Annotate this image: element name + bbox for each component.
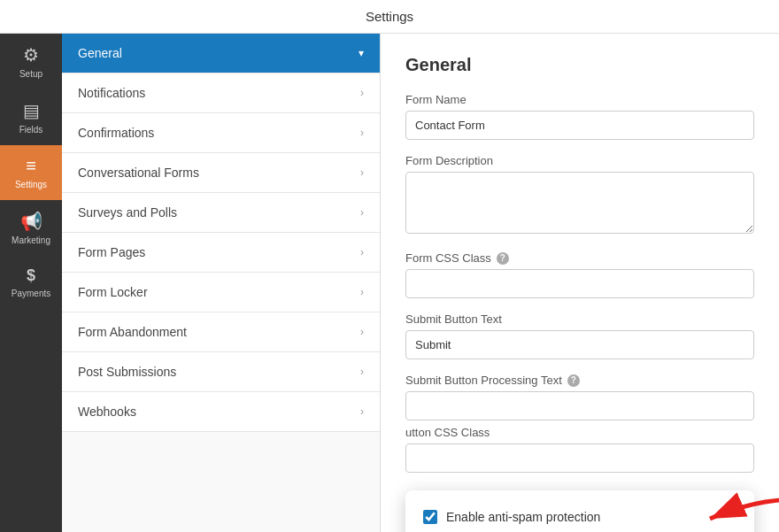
popup-box: Enable anti-spam protection Enable dynam… bbox=[405, 490, 754, 532]
sidebar-webhooks-label: Webhooks bbox=[78, 405, 136, 419]
chevron-down-icon: ▾ bbox=[359, 47, 364, 59]
settings-sidebar: General ▾ Notifications › Confirmations … bbox=[62, 34, 381, 532]
form-name-input[interactable] bbox=[405, 111, 754, 140]
submit-button-text-group: Submit Button Text bbox=[405, 312, 754, 359]
chevron-right-icon: › bbox=[360, 127, 364, 139]
chevron-right-icon: › bbox=[360, 405, 364, 418]
anti-spam-checkbox-row: Enable anti-spam protection bbox=[423, 505, 737, 529]
sidebar-item-conversational-forms[interactable]: Conversational Forms › bbox=[62, 153, 380, 193]
sidebar-item-settings[interactable]: ≡ Settings bbox=[0, 145, 62, 200]
sidebar-post-submissions-label: Post Submissions bbox=[78, 365, 176, 379]
form-css-class-input[interactable] bbox=[405, 269, 754, 298]
chevron-right-icon: › bbox=[360, 246, 364, 258]
sidebar-item-general[interactable]: General ▾ bbox=[62, 34, 380, 73]
form-description-label: Form Description bbox=[405, 154, 754, 167]
chevron-right-icon: › bbox=[360, 87, 364, 99]
button-css-class-label: utton CSS Class bbox=[405, 426, 754, 439]
sidebar-form-abandonment-label: Form Abandonment bbox=[78, 325, 187, 339]
anti-spam-label: Enable anti-spam protection bbox=[446, 510, 600, 524]
settings-label: Settings bbox=[15, 180, 47, 189]
sidebar-item-setup[interactable]: ⚙ Setup bbox=[0, 34, 62, 89]
sidebar-item-marketing[interactable]: 📢 Marketing bbox=[0, 200, 62, 256]
sidebar-form-locker-label: Form Locker bbox=[78, 285, 148, 299]
submit-button-text-label: Submit Button Text bbox=[405, 312, 754, 326]
sidebar-conversational-label: Conversational Forms bbox=[78, 166, 199, 180]
submit-processing-group: Submit Button Processing Text ? utton CS… bbox=[405, 374, 754, 532]
setup-label: Setup bbox=[19, 69, 42, 79]
submit-processing-help-icon[interactable]: ? bbox=[567, 374, 580, 387]
submit-processing-input[interactable] bbox=[405, 391, 754, 420]
sidebar-form-pages-label: Form Pages bbox=[78, 245, 145, 259]
sidebar-item-webhooks[interactable]: Webhooks › bbox=[62, 392, 380, 432]
payments-label: Payments bbox=[12, 289, 50, 298]
form-description-textarea[interactable] bbox=[405, 172, 754, 234]
form-css-help-icon[interactable]: ? bbox=[497, 252, 509, 265]
sidebar-item-payments[interactable]: $ Payments bbox=[0, 256, 62, 309]
chevron-right-icon: › bbox=[360, 166, 364, 179]
top-bar: Settings bbox=[0, 0, 779, 34]
sidebar-item-form-locker[interactable]: Form Locker › bbox=[62, 273, 380, 312]
sidebar-item-surveys-polls[interactable]: Surveys and Polls › bbox=[62, 193, 380, 233]
chevron-right-icon: › bbox=[360, 366, 364, 378]
chevron-right-icon: › bbox=[360, 326, 364, 338]
icon-sidebar: ⚙ Setup ▤ Fields ≡ Settings 📢 Marketing … bbox=[0, 34, 62, 532]
form-description-group: Form Description bbox=[405, 154, 754, 237]
fields-label: Fields bbox=[19, 125, 43, 135]
form-css-class-label: Form CSS Class ? bbox=[405, 251, 754, 265]
form-name-group: Form Name bbox=[405, 93, 754, 140]
form-css-class-group: Form CSS Class ? bbox=[405, 251, 754, 298]
general-section-title: General bbox=[405, 55, 754, 75]
submit-button-text-input[interactable] bbox=[405, 330, 754, 359]
page-title: Settings bbox=[366, 9, 413, 24]
chevron-right-icon: › bbox=[360, 206, 364, 219]
sidebar-item-confirmations[interactable]: Confirmations › bbox=[62, 113, 380, 153]
main-content: General Form Name Form Description Form … bbox=[381, 34, 779, 532]
sidebar-notifications-label: Notifications bbox=[78, 86, 145, 100]
fields-icon: ▤ bbox=[23, 100, 40, 121]
button-css-class-input[interactable] bbox=[405, 443, 754, 473]
marketing-icon: 📢 bbox=[20, 211, 42, 232]
sidebar-item-form-pages[interactable]: Form Pages › bbox=[62, 233, 380, 273]
marketing-label: Marketing bbox=[12, 235, 50, 245]
submit-processing-label: Submit Button Processing Text ? bbox=[405, 374, 754, 387]
sidebar-general-label: General bbox=[78, 46, 122, 60]
anti-spam-checkbox[interactable] bbox=[423, 510, 437, 524]
sidebar-item-post-submissions[interactable]: Post Submissions › bbox=[62, 352, 380, 392]
sidebar-item-form-abandonment[interactable]: Form Abandonment › bbox=[62, 312, 380, 352]
settings-icon: ≡ bbox=[26, 156, 36, 176]
sidebar-item-fields[interactable]: ▤ Fields bbox=[0, 89, 62, 145]
setup-icon: ⚙ bbox=[23, 44, 39, 66]
sidebar-confirmations-label: Confirmations bbox=[78, 126, 154, 140]
form-name-label: Form Name bbox=[405, 93, 754, 106]
chevron-right-icon: › bbox=[360, 286, 364, 298]
sidebar-item-notifications[interactable]: Notifications › bbox=[62, 73, 380, 113]
sidebar-surveys-label: Surveys and Polls bbox=[78, 205, 177, 220]
payments-icon: $ bbox=[27, 266, 35, 285]
